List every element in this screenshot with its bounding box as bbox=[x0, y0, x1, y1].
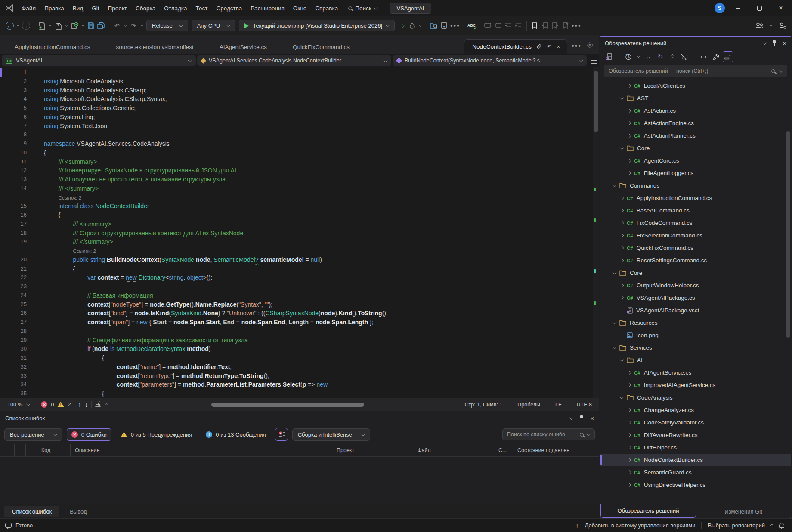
code-line[interactable]: 26context["kind"] = node.IsKind(SyntaxKi… bbox=[0, 309, 599, 318]
title-search[interactable]: Поиск bbox=[344, 3, 381, 14]
close-icon[interactable]: × bbox=[557, 44, 560, 49]
hot-reload-dropdown[interactable] bbox=[417, 25, 423, 27]
tree-item-outputwindowhelper-cs[interactable]: C#OutputWindowHelper.cs bbox=[600, 279, 791, 292]
code-line[interactable]: 9namespace VSAgentAI.Services.CodeAnalys… bbox=[0, 139, 599, 148]
column-header-код[interactable]: Код bbox=[37, 444, 71, 456]
save-button[interactable] bbox=[86, 20, 96, 31]
document-tab[interactable]: AIAgentService.cs bbox=[207, 40, 280, 54]
code-line[interactable]: 5using System.Collections.Generic; bbox=[0, 104, 599, 113]
breadcrumb-segment[interactable]: C#VSAgentAI bbox=[2, 55, 196, 66]
code-line[interactable]: 12/// Конвертирует SyntaxNode в структур… bbox=[0, 166, 599, 175]
tree-item-improvedaiagentservice-cs[interactable]: C#ImprovedAIAgentService.cs bbox=[600, 379, 791, 391]
code-line[interactable]: 6using System.Linq; bbox=[0, 113, 599, 122]
caret-position[interactable]: Стр: 1, Симв: 1 bbox=[461, 402, 507, 408]
menu-item-справка[interactable]: Справка bbox=[311, 3, 342, 14]
tree-item-vsagentaipackage-vsct[interactable]: VSAgentAIPackage.vsct bbox=[600, 304, 791, 317]
source-filter-dropdown[interactable]: Сборка и IntelliSense bbox=[292, 428, 370, 441]
start-debugging-button[interactable]: Текущий экземпляр [Visual Studio Enterpr… bbox=[239, 20, 395, 31]
tree-item-resetsettingscommand-cs[interactable]: C#ResetSettingsCommand.cs bbox=[600, 254, 791, 267]
notifications-bell-icon[interactable] bbox=[779, 523, 784, 528]
chevron-right-icon[interactable] bbox=[627, 159, 631, 163]
tree-item-codesafetyvalidator-cs[interactable]: C#CodeSafetyValidator.cs bbox=[600, 416, 791, 429]
preview-changes-off-button[interactable] bbox=[679, 51, 690, 62]
hot-reload-button[interactable] bbox=[407, 20, 417, 31]
editor-horizontal-scrollbar[interactable] bbox=[118, 403, 450, 407]
chevron-right-icon[interactable] bbox=[627, 433, 631, 437]
tree-item-resources[interactable]: Resources bbox=[600, 317, 791, 329]
code-line[interactable]: 18/// Строит структурированный контекст … bbox=[0, 229, 599, 238]
tree-item-usingdirectivehelper-cs[interactable]: C#UsingDirectiveHelper.cs bbox=[600, 479, 791, 491]
code-line[interactable]: 20public string BuildNodeContext(SyntaxN… bbox=[0, 255, 599, 264]
document-tab[interactable]: NodeContextBuilder.cs↶× bbox=[464, 39, 567, 54]
chevron-right-icon[interactable] bbox=[627, 134, 631, 138]
tree-item-astactionplanner-cs[interactable]: C#AstActionPlanner.cs bbox=[600, 129, 791, 142]
chevron-right-icon[interactable] bbox=[620, 234, 624, 238]
chevron-right-icon[interactable] bbox=[627, 171, 631, 175]
error-list-search[interactable]: Поиск по списку ошибо bbox=[502, 428, 595, 440]
code-line[interactable]: 28 bbox=[0, 327, 599, 336]
undo-icon[interactable]: ↶ bbox=[547, 44, 552, 49]
code-line[interactable]: 16{ bbox=[0, 211, 599, 220]
code-line[interactable]: 25context["nodeType"] = node.GetType().N… bbox=[0, 300, 599, 309]
code-line[interactable]: 23 bbox=[0, 282, 599, 291]
column-header[interactable] bbox=[15, 444, 26, 456]
tree-item-astaction-cs[interactable]: C#AstAction.cs bbox=[600, 105, 791, 117]
column-header-файл[interactable]: Файл bbox=[413, 444, 494, 456]
menu-item-вид[interactable]: Вид bbox=[68, 3, 87, 14]
document-tab[interactable]: ApplyInstructionCommand.cs bbox=[2, 40, 103, 54]
chevron-down-icon[interactable] bbox=[620, 395, 624, 399]
solution-name-badge[interactable]: VSAgentAI bbox=[390, 3, 432, 14]
multiselect-filter-toggle[interactable] bbox=[275, 428, 288, 441]
code-line[interactable]: 1 bbox=[0, 68, 599, 77]
chevron-down-icon[interactable] bbox=[620, 145, 624, 150]
live-share-button[interactable] bbox=[754, 20, 764, 31]
menu-item-тест[interactable]: Тест bbox=[192, 3, 212, 14]
tree-item-fixcodecommand-cs[interactable]: C#FixCodeCommand.cs bbox=[600, 217, 791, 229]
feedback-button[interactable] bbox=[777, 20, 788, 31]
column-header-описание[interactable]: Описание bbox=[71, 444, 332, 456]
solution-panel-tab[interactable]: Обозреватель решений bbox=[600, 504, 696, 518]
spell-checker-button[interactable]: ABC✓ bbox=[467, 20, 477, 31]
next-issue-button[interactable]: ↓ bbox=[85, 401, 88, 408]
refresh-button[interactable]: ↻ bbox=[655, 51, 665, 62]
solution-tree[interactable]: C#LocalAiClient.csASTC#AstAction.csC#Ast… bbox=[600, 80, 791, 504]
view-code-button[interactable]: ‹ › bbox=[699, 51, 709, 62]
whitespace-indicator[interactable]: Пробелы bbox=[514, 402, 544, 408]
tree-item-icon-png[interactable]: Icon.png bbox=[600, 329, 791, 341]
menu-item-окно[interactable]: Окно bbox=[289, 3, 311, 14]
open-file-dropdown[interactable] bbox=[63, 25, 69, 27]
column-header-с...[interactable]: С... bbox=[494, 444, 513, 456]
code-editor[interactable]: 12using Microsoft.CodeAnalysis;3using Mi… bbox=[0, 67, 599, 398]
codelens-line[interactable]: Ссылок: 2 bbox=[0, 246, 599, 255]
solution-search-input[interactable]: Обозреватель решений — поиск (Ctrl+;) bbox=[604, 65, 787, 77]
chevron-down-icon[interactable] bbox=[613, 345, 617, 349]
codelens-line[interactable]: Ссылок: 2 bbox=[0, 193, 599, 202]
code-line[interactable]: 14/// </summary> bbox=[0, 184, 599, 193]
code-line[interactable]: 21{ bbox=[0, 264, 599, 274]
previous-bookmark-button[interactable] bbox=[540, 20, 550, 31]
pin-icon[interactable] bbox=[537, 44, 542, 50]
next-bookmark-button[interactable] bbox=[550, 20, 560, 31]
code-line[interactable]: 24// Базовая информация bbox=[0, 291, 599, 300]
save-all-button[interactable] bbox=[96, 20, 106, 31]
code-cleanup-dropdown[interactable] bbox=[105, 403, 108, 406]
chevron-right-icon[interactable] bbox=[627, 458, 631, 462]
code-line[interactable]: 11/// <summary> bbox=[0, 157, 599, 166]
hscrollbar-thumb[interactable] bbox=[211, 403, 364, 407]
errors-filter-button[interactable]: ✕ 0 Ошибки bbox=[67, 428, 111, 441]
filter-dropdown[interactable] bbox=[635, 56, 641, 58]
chevron-right-icon[interactable] bbox=[627, 408, 631, 412]
start-without-debugging-button[interactable] bbox=[396, 20, 407, 31]
code-line[interactable]: 34context["parameters"] = method.Paramet… bbox=[0, 380, 599, 389]
breadcrumb-segment[interactable]: VSAgentAI.Services.CodeAnalysis.NodeCont… bbox=[197, 55, 391, 66]
pin-icon[interactable] bbox=[773, 40, 776, 46]
prev-issue-button[interactable]: ↑ bbox=[78, 401, 81, 408]
eol-indicator[interactable]: LF bbox=[551, 402, 566, 408]
bookmarks-overflow-button[interactable]: ••• bbox=[571, 20, 582, 31]
chevron-right-icon[interactable] bbox=[620, 196, 624, 200]
menu-item-отладка[interactable]: Отладка bbox=[160, 3, 191, 14]
zoom-control[interactable]: 100 % bbox=[3, 402, 34, 408]
tab-overflow-button[interactable]: ••• bbox=[572, 42, 582, 50]
tree-item-codeanalysis[interactable]: CodeAnalysis bbox=[600, 391, 791, 404]
code-line[interactable]: 2using Microsoft.CodeAnalysis; bbox=[0, 77, 599, 86]
